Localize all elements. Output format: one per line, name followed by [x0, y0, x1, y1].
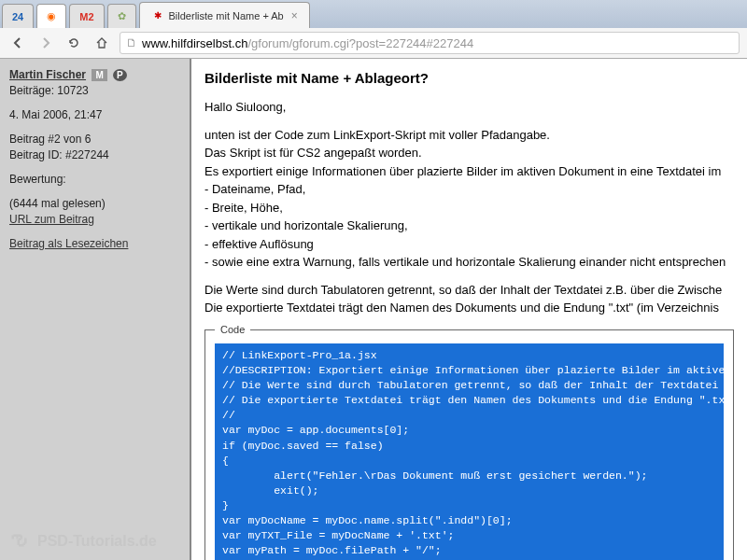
url-bar[interactable]: 🗋 www.hilfdirselbst.ch/gforum/gforum.cgi…: [120, 32, 740, 54]
main: Bilderliste mit Name + Ablageort? Hallo …: [191, 59, 747, 560]
tab-1[interactable]: 24: [2, 4, 34, 28]
back-button[interactable]: [7, 33, 28, 53]
url-domain: www.hilfdirselbst.ch: [142, 36, 247, 50]
watermark: ఌ PSD-Tutorials.de: [9, 528, 157, 554]
forward-button[interactable]: [35, 33, 56, 53]
tab-3[interactable]: M2: [69, 4, 104, 28]
favicon-icon: ✱: [151, 9, 164, 22]
code-box: Code // LinkExport-Pro_1a.jsx //DESCRIPT…: [204, 329, 734, 560]
body-bullet: - Dateiname, Pfad,: [204, 181, 734, 198]
body-line: Die exportierte Textdatei trägt den Name…: [204, 300, 734, 316]
code-content[interactable]: // LinkExport-Pro_1a.jsx //DESCRIPTION: …: [215, 343, 724, 560]
toolbar: 🗋 www.hilfdirselbst.ch/gforum/gforum.cgi…: [0, 28, 747, 58]
bookmark-link[interactable]: Beitrag als Lesezeichen: [9, 237, 128, 250]
home-button[interactable]: [92, 33, 112, 53]
body-line: Die Werte sind durch Tabulatoren getrenn…: [204, 282, 734, 299]
post-number: Beitrag #2 von 6: [9, 133, 180, 146]
post-body: Hallo Siuloong, unten ist der Code zum L…: [204, 99, 734, 560]
globe-icon: 🗋: [126, 36, 137, 49]
watermark-text: PSD-Tutorials.de: [37, 533, 157, 550]
content: Martin Fischer M P Beiträge: 10723 4. Ma…: [0, 59, 747, 560]
read-count: (6444 mal gelesen): [9, 197, 180, 210]
body-bullet: - Breite, Höhe,: [204, 200, 734, 217]
body-line: Das Skript ist für CS2 angepaßt worden.: [204, 145, 734, 161]
body-bullet: - effektive Auflösung: [204, 236, 734, 253]
body-line: Es exportiert einige Informationen über …: [204, 163, 734, 180]
tab-active[interactable]: ✱ Bilderliste mit Name + Ab ×: [139, 2, 310, 28]
butterfly-icon: ఌ: [9, 528, 32, 554]
rating-label: Bewertung:: [9, 173, 180, 186]
post-date: 4. Mai 2006, 21:47: [9, 108, 180, 121]
tab-4[interactable]: ✿: [107, 4, 136, 28]
post-id: Beitrag ID: #227244: [9, 148, 180, 161]
reload-button[interactable]: [63, 33, 84, 53]
tab-title: Bilderliste mit Name + Ab: [169, 10, 284, 21]
posts-count: Beiträge: 10723: [9, 84, 180, 97]
url-link[interactable]: URL zum Beitrag: [9, 213, 94, 226]
code-label: Code: [215, 323, 250, 337]
body-bullet: - vertikale und horizontale Skalierung,: [204, 217, 734, 234]
tab-2[interactable]: ◉: [36, 4, 66, 28]
body-bullet: - sowie eine extra Warnung, falls vertik…: [204, 254, 734, 271]
tab-strip: 24 ◉ M2 ✿ ✱ Bilderliste mit Name + Ab ×: [0, 0, 747, 28]
badge-p: P: [113, 69, 127, 81]
browser-chrome: 24 ◉ M2 ✿ ✱ Bilderliste mit Name + Ab × …: [0, 0, 747, 59]
page-title: Bilderliste mit Name + Ablageort?: [204, 70, 734, 86]
sidebar: Martin Fischer M P Beiträge: 10723 4. Ma…: [0, 59, 191, 560]
body-line: unten ist der Code zum LinkExport-Skript…: [204, 127, 734, 144]
greeting: Hallo Siuloong,: [204, 99, 734, 116]
url-path: /gforum/gforum.cgi?post=227244#227244: [247, 36, 473, 50]
badge-m: M: [92, 69, 106, 81]
author-link[interactable]: Martin Fischer: [9, 68, 86, 81]
close-icon[interactable]: ×: [291, 9, 298, 22]
